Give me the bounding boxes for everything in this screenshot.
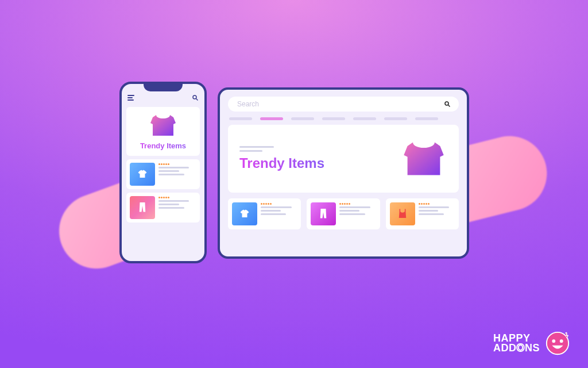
rating-stars bbox=[419, 203, 455, 205]
logo-line2: ADDONS bbox=[493, 343, 540, 353]
product-info bbox=[339, 202, 376, 225]
phone-product-card[interactable] bbox=[126, 193, 200, 223]
pants-icon bbox=[320, 208, 327, 220]
tab-item[interactable] bbox=[291, 117, 314, 120]
canvas: Trendy Items bbox=[0, 0, 588, 368]
product-info bbox=[158, 163, 196, 186]
hero-eyebrow bbox=[239, 146, 324, 152]
phone-hero-title: Trendy Items bbox=[131, 141, 195, 150]
search-input[interactable]: Search bbox=[228, 97, 459, 112]
product-info bbox=[158, 196, 196, 219]
pants-icon bbox=[139, 202, 146, 213]
product-thumb bbox=[232, 202, 257, 225]
tablet-hero-title: Trendy Items bbox=[239, 155, 324, 171]
phone-hero-card[interactable]: Trendy Items bbox=[126, 107, 200, 156]
svg-line-1 bbox=[196, 99, 198, 101]
rating-stars bbox=[158, 163, 196, 165]
tank-top-icon bbox=[399, 209, 407, 219]
tab-item[interactable] bbox=[322, 117, 345, 120]
tshirt-icon bbox=[239, 209, 250, 218]
product-thumb bbox=[311, 202, 336, 225]
hamburger-icon[interactable] bbox=[127, 95, 134, 101]
svg-point-0 bbox=[193, 95, 196, 99]
rating-stars bbox=[261, 203, 297, 205]
product-card[interactable] bbox=[386, 198, 459, 229]
svg-point-6 bbox=[552, 339, 555, 343]
svg-point-7 bbox=[560, 339, 563, 343]
tablet-mockup: Search Trendy Items bbox=[218, 87, 469, 259]
tablet-hero-card[interactable]: Trendy Items bbox=[228, 125, 459, 193]
product-info bbox=[261, 202, 297, 225]
sweater-icon bbox=[148, 113, 178, 138]
product-row bbox=[228, 198, 459, 229]
tab-item-active[interactable] bbox=[260, 117, 283, 120]
tab-item[interactable] bbox=[353, 117, 376, 120]
tab-bar bbox=[229, 117, 458, 120]
svg-point-2 bbox=[445, 102, 448, 105]
tab-item[interactable] bbox=[229, 117, 252, 120]
phone-product-card[interactable] bbox=[126, 159, 200, 189]
phone-notch bbox=[144, 83, 183, 91]
product-thumb bbox=[130, 163, 155, 186]
tab-item[interactable] bbox=[415, 117, 438, 120]
phone-mockup: Trendy Items bbox=[119, 82, 207, 263]
product-info bbox=[419, 202, 455, 225]
brand-logo: HAPPY ADDONS bbox=[493, 330, 571, 356]
search-icon[interactable] bbox=[192, 94, 199, 101]
rating-stars bbox=[158, 197, 196, 198]
product-thumb bbox=[130, 196, 155, 219]
tshirt-icon bbox=[137, 170, 148, 179]
tab-item[interactable] bbox=[384, 117, 407, 120]
rating-stars bbox=[339, 203, 376, 205]
product-card[interactable] bbox=[307, 198, 380, 229]
search-placeholder: Search bbox=[237, 100, 259, 108]
svg-line-3 bbox=[448, 105, 450, 107]
product-thumb bbox=[390, 202, 415, 225]
sweater-icon bbox=[400, 139, 447, 179]
logo-face-icon bbox=[544, 330, 571, 356]
product-card[interactable] bbox=[228, 198, 301, 229]
search-icon bbox=[444, 101, 451, 108]
